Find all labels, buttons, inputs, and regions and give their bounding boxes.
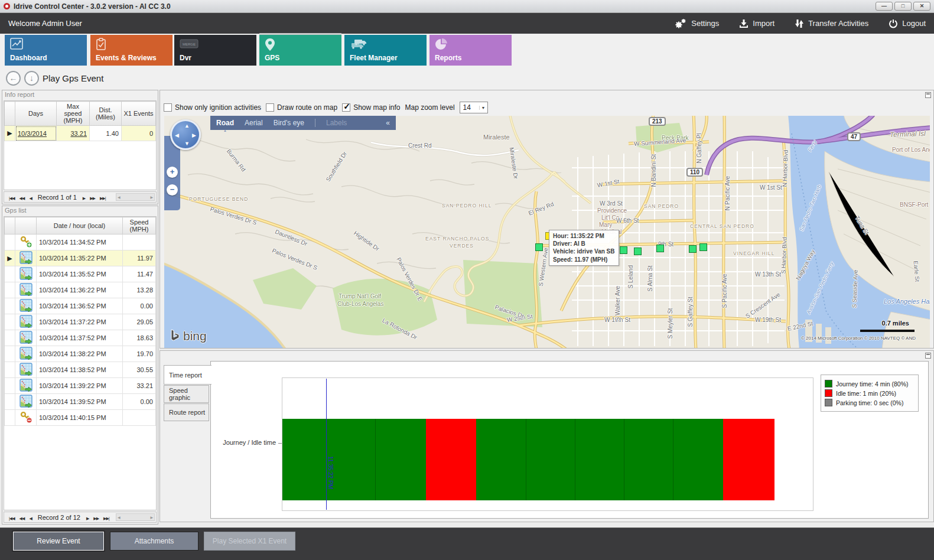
h-scrollbar[interactable]: ◀▶ xyxy=(116,513,155,521)
checkbox-show-map-info[interactable]: ✓ Show map info xyxy=(342,103,400,112)
gps-marker[interactable] xyxy=(699,243,707,251)
gps-list-row[interactable]: 10/3/2014 11:37:52 PM18.63 xyxy=(5,330,156,346)
review-event-button[interactable]: Review Event xyxy=(13,532,104,551)
info-report-row[interactable]: ▶ 10/3/2014 33.21 1.40 0 xyxy=(5,126,156,141)
import-button[interactable]: Import xyxy=(739,19,774,28)
gps-marker[interactable] xyxy=(656,245,664,252)
pan-left-icon[interactable]: ◀ xyxy=(175,132,179,138)
days-link[interactable]: 10/3/2014 xyxy=(15,126,57,141)
gps-list-row[interactable]: 10/3/2014 11:35:52 PM11.47 xyxy=(5,266,156,282)
record-nav-button[interactable]: ▶▶ xyxy=(90,196,95,200)
toolbar-collapse-button[interactable]: « xyxy=(386,119,390,127)
tab-reports[interactable]: Reports xyxy=(429,35,512,66)
map-mode-aerial[interactable]: Aerial xyxy=(245,119,263,127)
record-nav-button[interactable]: |◀◀ xyxy=(9,516,15,520)
logout-button[interactable]: Logout xyxy=(889,19,926,28)
pan-right-icon[interactable]: ▶ xyxy=(192,132,196,138)
map-label: Vinegar Hill xyxy=(733,250,775,256)
gps-list-row[interactable]: 10/3/2014 11:38:52 PM30.55 xyxy=(5,362,156,378)
down-button[interactable]: ↓ xyxy=(24,71,39,86)
attachments-button[interactable]: Attachments xyxy=(110,532,198,551)
info-report-title: Info report xyxy=(2,90,158,100)
record-nav-button[interactable]: ◀ xyxy=(29,516,31,520)
time-cursor-line[interactable] xyxy=(326,379,327,510)
gps-list-row[interactable]: 10/3/2014 11:40:15 PM xyxy=(5,410,156,426)
minimize-button[interactable]: — xyxy=(876,2,893,11)
expand-map-panel-button[interactable] xyxy=(925,92,931,98)
record-nav-button[interactable]: ◀ xyxy=(29,196,31,200)
checkbox-draw-route[interactable]: ✓ Draw route on map xyxy=(266,103,337,112)
tab-events-reviews[interactable]: Events & Reviews xyxy=(90,35,173,66)
tab-dvr[interactable]: MERGE Dvr xyxy=(174,35,256,66)
gps-list-row[interactable]: 10/3/2014 11:36:22 PM13.28 xyxy=(5,282,156,298)
map-label: W 19th St xyxy=(755,317,781,323)
gps-list-row[interactable]: 10/3/2014 11:34:52 PM xyxy=(5,235,156,250)
gps-list-row[interactable]: ▶ 10/3/2014 11:35:22 PM11.97 xyxy=(5,250,156,266)
row-indicator xyxy=(5,378,15,394)
record-nav-button[interactable]: |◀◀ xyxy=(9,196,15,200)
back-button[interactable]: ← xyxy=(6,71,21,86)
map-mode-road[interactable]: Road xyxy=(216,119,234,127)
settings-button[interactable]: Settings xyxy=(674,18,719,29)
gps-list-row[interactable]: 10/3/2014 11:39:22 PM33.21 xyxy=(5,378,156,394)
tab-gps[interactable]: GPS xyxy=(259,35,341,66)
gps-marker[interactable] xyxy=(535,243,543,251)
gps-speed-cell xyxy=(123,235,156,250)
col-speed[interactable]: Speed (MPH) xyxy=(123,217,156,235)
pan-down-icon[interactable]: ▼ xyxy=(184,141,190,146)
record-nav-button[interactable]: ▶▶| xyxy=(103,516,109,520)
record-nav-button[interactable]: ▶ xyxy=(83,196,85,200)
gps-list-title: Gps list xyxy=(2,206,158,216)
bing-logo-icon xyxy=(170,329,181,343)
tab-dashboard[interactable]: Dashboard xyxy=(5,35,87,66)
play-selected-x1-event-button[interactable]: Play Selected X1 Event xyxy=(204,532,295,551)
gps-list-row[interactable]: 10/3/2014 11:36:52 PM0.00 xyxy=(5,298,156,314)
segment-separator xyxy=(624,419,624,500)
record-nav-button[interactable]: ▶▶ xyxy=(93,516,99,520)
bing-map[interactable]: Road Aerial Bird's eye Labels « + − ▲ ▶ … xyxy=(164,116,930,348)
row-indicator xyxy=(5,298,15,314)
record-nav-button[interactable]: ◀◀ xyxy=(19,516,25,520)
map-mode-birds-eye[interactable]: Bird's eye xyxy=(274,119,304,127)
pan-up-icon[interactable]: ▲ xyxy=(184,123,190,129)
gps-marker[interactable] xyxy=(689,245,697,253)
gps-date-cell: 10/3/2014 11:37:22 PM xyxy=(37,314,123,330)
max-speed-value[interactable]: 33.21 xyxy=(57,126,90,141)
journey-idle-bar xyxy=(282,419,774,500)
gps-marker[interactable] xyxy=(620,246,627,254)
gps-marker[interactable] xyxy=(634,248,642,255)
record-nav-button[interactable]: ▶ xyxy=(86,516,89,520)
record-nav-button[interactable]: ◀◀ xyxy=(19,196,25,200)
record-nav-button[interactable]: ▶▶| xyxy=(100,196,106,200)
h-scrollbar[interactable]: ◀▶ xyxy=(116,193,155,201)
col-date-hour[interactable]: Date / hour (local) xyxy=(37,217,123,235)
transfer-activities-button[interactable]: Transfer Activities xyxy=(795,19,868,28)
map-zoom-level-select[interactable]: 14 ▼ xyxy=(460,102,488,113)
zoom-in-button[interactable]: + xyxy=(167,167,178,178)
map-label: Central San Pedro xyxy=(690,223,754,229)
tab-route-report[interactable]: Route report xyxy=(164,403,209,421)
map-mode-labels[interactable]: Labels xyxy=(326,119,347,127)
tab-time-report[interactable]: Time report xyxy=(164,365,211,385)
idrive-control-center-window: Idrive Control Center - 3.0.2 version - … xyxy=(0,0,934,560)
tab-speed-graphic[interactable]: Speed graphic xyxy=(164,385,209,403)
maximize-button[interactable]: □ xyxy=(894,2,912,11)
close-button[interactable]: ✕ xyxy=(913,2,930,11)
gps-list-row[interactable]: 10/3/2014 11:38:22 PM19.70 xyxy=(5,346,156,362)
checkbox-icon: ✓ xyxy=(342,103,350,112)
col-x1-events[interactable]: X1 Events xyxy=(122,102,156,126)
route-shield: 47 xyxy=(847,132,861,141)
zoom-out-button[interactable]: − xyxy=(167,184,178,196)
col-dist[interactable]: Dist. (Miles) xyxy=(90,102,122,126)
idle-segment xyxy=(723,419,774,500)
gps-list-row[interactable]: 10/3/2014 11:37:22 PM29.05 xyxy=(5,314,156,330)
legend-item: Parking time: 0 sec (0%) xyxy=(825,399,915,406)
tab-fleet-manager[interactable]: Fleet Manager xyxy=(344,35,427,66)
checkbox-show-ignition[interactable]: ✓ Show only ignition activities xyxy=(164,103,261,112)
map-pan-compass[interactable]: ▲ ▶ ▼ ◀ xyxy=(170,119,201,150)
gps-list-row[interactable]: 10/3/2014 11:39:52 PM0.00 xyxy=(5,394,156,410)
col-max-speed[interactable]: Max speed (MPH) xyxy=(57,102,90,126)
expand-chart-panel-button[interactable] xyxy=(925,353,931,359)
gps-date-cell: 10/3/2014 11:38:52 PM xyxy=(37,362,123,378)
col-days[interactable]: Days xyxy=(15,102,57,126)
